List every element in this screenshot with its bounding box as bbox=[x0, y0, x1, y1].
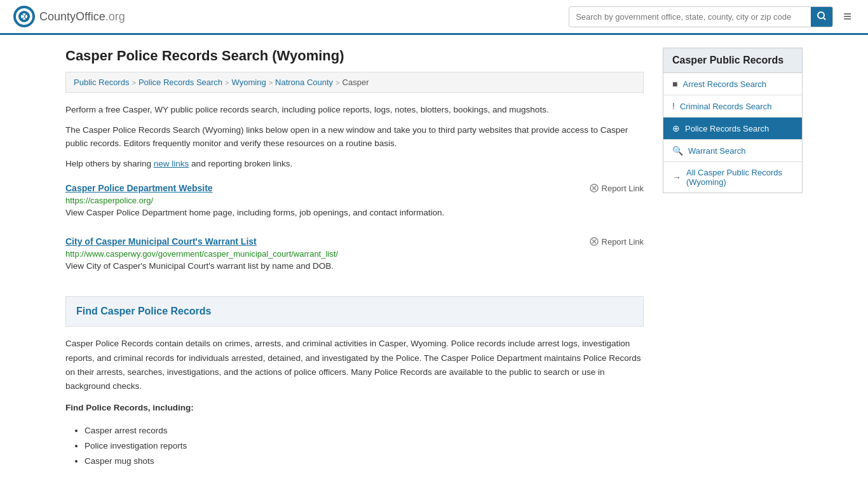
breadcrumb-police-records-search[interactable]: Police Records Search bbox=[139, 78, 222, 87]
record-item-1: Casper Police Department Website Report … bbox=[65, 183, 644, 224]
header: CO CountyOffice.org ≡ bbox=[0, 0, 868, 35]
svg-text:CO: CO bbox=[20, 13, 29, 20]
search-bar bbox=[569, 6, 833, 27]
content-area: Casper Police Records Search (Wyoming) P… bbox=[65, 48, 644, 470]
record-item-1-url[interactable]: https://casperpolice.org/ bbox=[65, 196, 644, 205]
sidebar-item-arrest-records[interactable]: ■ Arrest Records Search bbox=[663, 73, 802, 95]
svg-point-5 bbox=[818, 12, 824, 18]
list-item-3: Casper mug shots bbox=[85, 454, 644, 469]
breadcrumb-natrona[interactable]: Natrona County bbox=[275, 78, 333, 87]
search-icon bbox=[817, 11, 826, 20]
header-right: ≡ bbox=[569, 6, 855, 27]
report-icon-2 bbox=[590, 237, 599, 246]
logo-icon: CO bbox=[13, 5, 36, 28]
logo-text: CountyOffice.org bbox=[39, 10, 125, 24]
breadcrumb: Public Records > Police Records Search >… bbox=[65, 72, 644, 93]
description-1: Perform a free Casper, WY public police … bbox=[65, 103, 644, 117]
page-title: Casper Police Records Search (Wyoming) bbox=[65, 48, 644, 64]
find-bullet-list: Casper arrest records Police investigati… bbox=[85, 423, 644, 470]
find-section: Find Casper Police Records bbox=[65, 296, 644, 327]
description-2: The Casper Police Records Search (Wyomin… bbox=[65, 123, 644, 151]
sidebar-item-arrest-label: Arrest Records Search bbox=[682, 79, 766, 89]
sidebar-title: Casper Public Records bbox=[663, 48, 803, 73]
new-links-link[interactable]: new links bbox=[154, 159, 189, 168]
find-body-text: Casper Police Records contain details on… bbox=[65, 337, 644, 393]
sidebar-item-all-records[interactable]: → All Casper Public Records (Wyoming) bbox=[663, 162, 802, 193]
report-icon-1 bbox=[590, 184, 599, 193]
logo[interactable]: CO CountyOffice.org bbox=[13, 5, 125, 28]
sidebar-item-police-records[interactable]: ⊕ Police Records Search bbox=[663, 118, 802, 140]
record-item-2: City of Casper Municipal Court's Warrant… bbox=[65, 236, 644, 277]
sidebar-item-criminal-label: Criminal Records Search bbox=[680, 102, 772, 111]
report-link-2[interactable]: Report Link bbox=[590, 237, 644, 247]
warrant-search-icon: 🔍 bbox=[672, 146, 683, 156]
record-item-2-url[interactable]: http://www.casperwy.gov/government/caspe… bbox=[65, 249, 644, 259]
main-container: Casper Police Records Search (Wyoming) P… bbox=[53, 35, 815, 482]
police-records-icon: ⊕ bbox=[672, 123, 680, 133]
record-item-1-desc: View Casper Police Department home page,… bbox=[65, 208, 644, 217]
record-item-2-header: City of Casper Municipal Court's Warrant… bbox=[65, 236, 644, 247]
record-item-1-header: Casper Police Department Website Report … bbox=[65, 183, 644, 193]
menu-icon[interactable]: ≡ bbox=[839, 6, 855, 27]
find-section-title: Find Casper Police Records bbox=[76, 306, 633, 317]
sidebar-item-police-label: Police Records Search bbox=[685, 124, 769, 133]
record-item-2-desc: View City of Casper's Municipal Court's … bbox=[65, 261, 644, 271]
breadcrumb-public-records[interactable]: Public Records bbox=[74, 78, 129, 87]
sidebar-item-warrant-label: Warrant Search bbox=[688, 146, 746, 156]
sidebar-item-all-label: All Casper Public Records (Wyoming) bbox=[686, 168, 793, 187]
help-text: Help others by sharing new links and rep… bbox=[65, 157, 644, 171]
report-label-1: Report Link bbox=[602, 184, 644, 193]
report-label-2: Report Link bbox=[602, 237, 644, 247]
list-item-1: Casper arrest records bbox=[85, 423, 644, 438]
list-item-2: Police investigation reports bbox=[85, 438, 644, 454]
sidebar-item-criminal-records[interactable]: ! Criminal Records Search bbox=[663, 95, 802, 118]
breadcrumb-casper: Casper bbox=[342, 78, 369, 87]
sidebar: Casper Public Records ■ Arrest Records S… bbox=[663, 48, 803, 470]
criminal-records-icon: ! bbox=[672, 101, 675, 111]
search-input[interactable] bbox=[569, 8, 811, 25]
svg-line-6 bbox=[824, 18, 825, 20]
report-link-1[interactable]: Report Link bbox=[590, 184, 644, 193]
sidebar-item-warrant-search[interactable]: 🔍 Warrant Search bbox=[663, 140, 802, 162]
breadcrumb-sep-3: > bbox=[269, 79, 273, 86]
search-button[interactable] bbox=[811, 7, 832, 27]
record-item-2-title[interactable]: City of Casper Municipal Court's Warrant… bbox=[65, 236, 257, 247]
sidebar-menu: ■ Arrest Records Search ! Criminal Recor… bbox=[663, 73, 803, 193]
find-list-title: Find Police Records, including: bbox=[65, 401, 644, 415]
all-records-icon: → bbox=[672, 172, 681, 182]
record-item-1-title[interactable]: Casper Police Department Website bbox=[65, 183, 213, 193]
breadcrumb-sep-2: > bbox=[225, 79, 229, 86]
breadcrumb-wyoming[interactable]: Wyoming bbox=[232, 78, 266, 87]
breadcrumb-sep-1: > bbox=[132, 79, 135, 86]
arrest-records-icon: ■ bbox=[672, 79, 677, 89]
breadcrumb-sep-4: > bbox=[336, 79, 339, 86]
